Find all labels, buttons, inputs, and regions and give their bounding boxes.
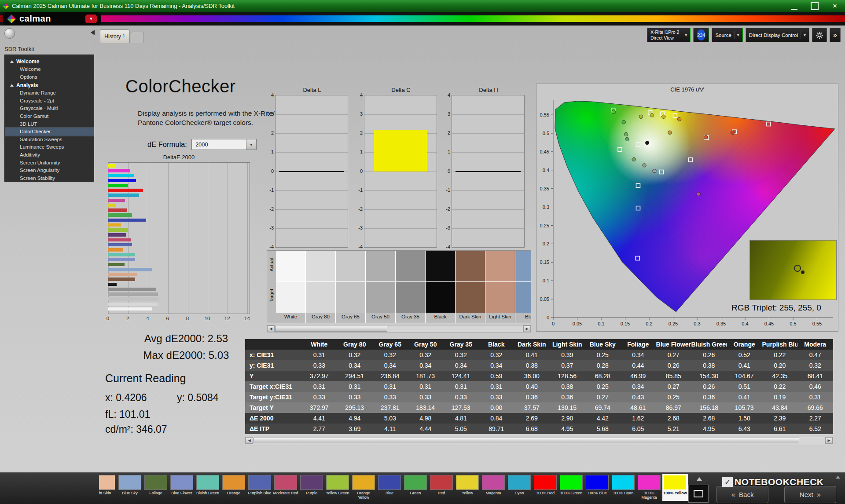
sidebar-item-grayscale-multi[interactable]: Grayscale - Multi [5, 105, 94, 113]
sidebar-item-colorchecker[interactable]: ColorChecker [5, 128, 94, 136]
pattern-button-100-blue[interactable]: 100% Blue [584, 474, 610, 501]
pattern-swatch [456, 475, 479, 490]
pattern-button-blue[interactable]: Blue [377, 474, 402, 501]
back-button[interactable]: « Back [716, 486, 768, 503]
sidebar-item-grayscale-2pt[interactable]: Grayscale - 2pt [5, 97, 94, 105]
grid-line [276, 228, 348, 229]
display-control-label: Direct Display Control [749, 33, 798, 38]
sidebar-item-color-gamut[interactable]: Color Gamut [5, 113, 94, 121]
pattern-button-cyan[interactable]: Cyan [507, 474, 532, 501]
new-tab-button[interactable] [131, 32, 144, 43]
sidebar-item-welcome[interactable]: Welcome [5, 66, 94, 73]
deltae-bar-gray-65 [108, 297, 158, 301]
scrollbar-thumb[interactable] [254, 438, 799, 443]
source-select[interactable]: Source ▾ [712, 28, 742, 42]
sidebar-item-dynamic-range[interactable]: Dynamic Range [5, 89, 94, 97]
sidebar-item-3d-lut[interactable]: 3D LUT [5, 121, 94, 128]
swatch-actual [456, 251, 485, 281]
table-col-header: Gray 35 [443, 339, 479, 350]
calman-menu-button[interactable]: ▾ [85, 15, 97, 23]
deltae-bar-white [108, 307, 152, 311]
swatch-target [336, 282, 365, 313]
pattern-button-orange-yellow[interactable]: Orange Yellow [351, 474, 376, 501]
pattern-button-red[interactable]: Red [429, 474, 454, 501]
sidebar-section-welcome[interactable]: Welcome [5, 57, 94, 66]
minimize-button[interactable] [791, 3, 797, 10]
pattern-button-ght-skin[interactable]: ght Skin [99, 474, 117, 501]
pattern-button-yellow-green[interactable]: Yellow Green [325, 474, 350, 501]
swatch-scrollbar[interactable]: ◀ ▶ [267, 325, 531, 332]
pattern-list-up-button[interactable] [692, 475, 707, 483]
deltae-bar-blue-flower [108, 258, 135, 261]
pattern-button-100-green[interactable]: 100% Green [558, 474, 584, 501]
deltae-bar-cyan [108, 194, 139, 197]
pattern-button-orange[interactable]: Orange [221, 474, 246, 501]
pattern-window-button[interactable] [688, 485, 709, 503]
pattern-button-100-cyan[interactable]: 100% Cyan [610, 474, 636, 501]
deltae-chart-title: DeltaE 2000 [108, 154, 250, 161]
axis-tick-label: 0 [441, 168, 450, 174]
pattern-button-yellow[interactable]: Yellow [455, 474, 480, 501]
pattern-button-100-yellow[interactable]: 100% Yellow [662, 474, 688, 501]
pattern-button-blue-sky[interactable]: Blue Sky [117, 474, 143, 501]
next-button[interactable]: Next » [784, 486, 836, 503]
pattern-button-100-magenta[interactable]: 100% Magenta [636, 474, 662, 501]
de-formula-select[interactable]: 2000 ▾ [191, 139, 257, 150]
current-reading-xy: x: 0.4206 y: 0.5084 [105, 392, 219, 404]
swatch-actual [336, 251, 365, 281]
calman-logo: calman ▾ [3, 12, 101, 25]
pattern-button-purple[interactable]: Purple [299, 474, 324, 501]
tab-history-1[interactable]: History 1 [100, 29, 130, 43]
deltae-bar-100-magenta [108, 169, 130, 172]
svg-text:0.15: 0.15 [540, 259, 549, 265]
pattern-button-blue-flower[interactable]: Blue Flower [169, 474, 195, 501]
page-title: ColorChecker [125, 77, 236, 96]
scrollbar-thumb[interactable] [275, 326, 387, 332]
display-control-select[interactable]: Direct Display Control ▾ [746, 28, 809, 42]
table-row-label: ΔE ITP [245, 424, 301, 434]
pattern-button-foliage[interactable]: Foliage [143, 474, 169, 501]
sidebar-item-additivity[interactable]: Additivity [5, 151, 94, 159]
table-cell: 0.32 [408, 350, 444, 360]
swatch-label: Gray 80 [306, 313, 335, 323]
sidebar-item-luminance-sweeps[interactable]: Luminance Sweeps [5, 143, 94, 151]
meter-count-button[interactable]: 234 [693, 28, 709, 42]
scroll-left-icon[interactable]: ◀ [246, 437, 253, 444]
pattern-button-green[interactable]: Green [403, 474, 428, 501]
pattern-button-bluish-green[interactable]: Bluish Green [195, 474, 220, 501]
sidebar-item-screen-uniformity[interactable]: Screen Uniformity [5, 159, 94, 167]
pattern-button-magenta[interactable]: Magenta [481, 474, 506, 501]
sidebar-collapse-icon[interactable] [91, 30, 95, 35]
sidebar-item-screen-angularity[interactable]: Screen Angularity [5, 167, 94, 175]
sidebar-item-screen-stability[interactable]: Screen Stability [5, 175, 94, 182]
delta-trace [279, 171, 344, 172]
sidebar-item-saturation-sweeps[interactable]: Saturation Sweeps [5, 136, 94, 144]
max-de2000: Max dE2000: 5.03 [117, 349, 256, 362]
settings-button[interactable] [812, 28, 827, 42]
chevron-down-icon: ▾ [801, 31, 806, 39]
source-label: Source [715, 33, 731, 38]
rainbow-strip [0, 15, 845, 22]
table-cell: 0.26 [691, 350, 727, 360]
maximize-button[interactable] [811, 2, 819, 10]
table-cell: 0.20 [762, 360, 798, 371]
meter-select[interactable]: X-Rite i1Pro 2 Direct View ▾ [647, 28, 691, 42]
table-scrollbar[interactable]: ◀ ▶ [245, 437, 833, 444]
sidebar-item-options[interactable]: Options [5, 73, 94, 81]
swatch-row-labels: Actual Target [267, 251, 276, 323]
scroll-left-icon[interactable]: ◀ [267, 325, 275, 332]
collapse-bar-button[interactable] [835, 475, 841, 479]
expand-toolbar-button[interactable]: » [830, 28, 841, 42]
swatch-target [396, 282, 425, 313]
pattern-button-purplish-blue[interactable]: Purplish Blue [247, 474, 272, 501]
sidebar-section-analysis[interactable]: Analysis [5, 81, 94, 89]
cie-measured-point [653, 169, 656, 172]
pattern-button-moderate-red[interactable]: Moderate Red [273, 474, 298, 501]
scroll-right-icon[interactable]: ▶ [825, 437, 833, 444]
pattern-button-100-red[interactable]: 100% Red [533, 474, 558, 501]
panel-handle-button[interactable] [4, 28, 15, 39]
scroll-right-icon[interactable]: ▶ [523, 325, 531, 332]
close-button[interactable]: ✕ [832, 3, 838, 9]
table-cell: 2.68 [656, 413, 691, 424]
swatch-target [456, 282, 485, 313]
